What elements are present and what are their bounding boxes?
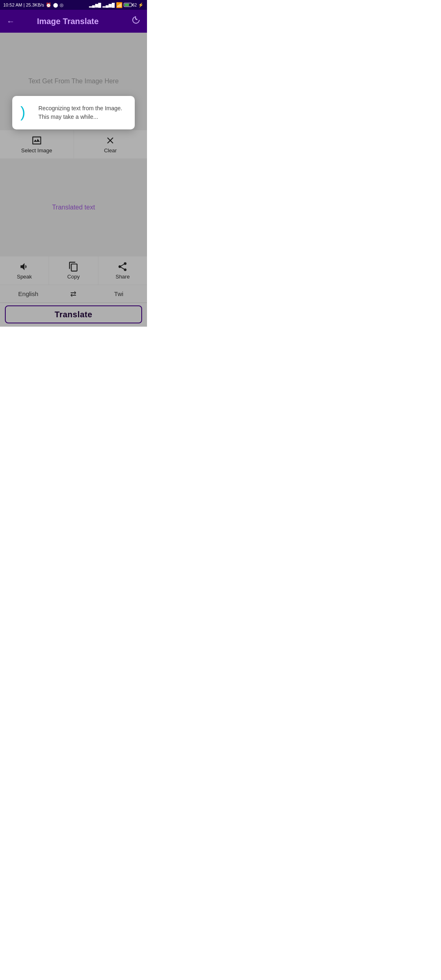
status-left: 10:52 AM | 25.3KB/s ⏰ ⬤ ◎ [3,2,64,8]
battery-container: 62 [124,3,137,7]
status-time: 10:52 AM | 25.3KB/s [3,2,44,7]
status-right: ▂▄▆█ ▂▄▆█ 📶 62 ⚡ [89,2,144,8]
app-bar-title: Image Translate [5,17,131,26]
loading-spinner [19,106,32,119]
dialog-line1: Recognizing text from the Image. [38,105,122,111]
loading-dialog-overlay: Recognizing text from the Image. This ma… [0,33,147,327]
battery-icon [124,3,132,7]
app-bar: ← Image Translate [0,10,147,33]
signal-icon: ▂▄▆█ [89,3,101,7]
signal2-icon: ▂▄▆█ [102,3,115,7]
charging-icon: ⚡ [138,2,144,8]
dialog-message: Recognizing text from the Image. This ma… [38,104,122,121]
wifi-icon: 📶 [116,2,122,8]
history-button[interactable] [131,15,140,27]
status-bar: 10:52 AM | 25.3KB/s ⏰ ⬤ ◎ ▂▄▆█ ▂▄▆█ 📶 62… [0,0,147,10]
dialog-line2: This may take a while... [38,114,98,120]
alarm-icon: ⏰ [46,2,51,8]
circle-icon: ⬤ [53,2,58,8]
main-content: Text Get From The Image Here Select Imag… [0,33,147,327]
loading-dialog: Recognizing text from the Image. This ma… [12,96,135,129]
circle2-icon: ◎ [60,2,64,8]
